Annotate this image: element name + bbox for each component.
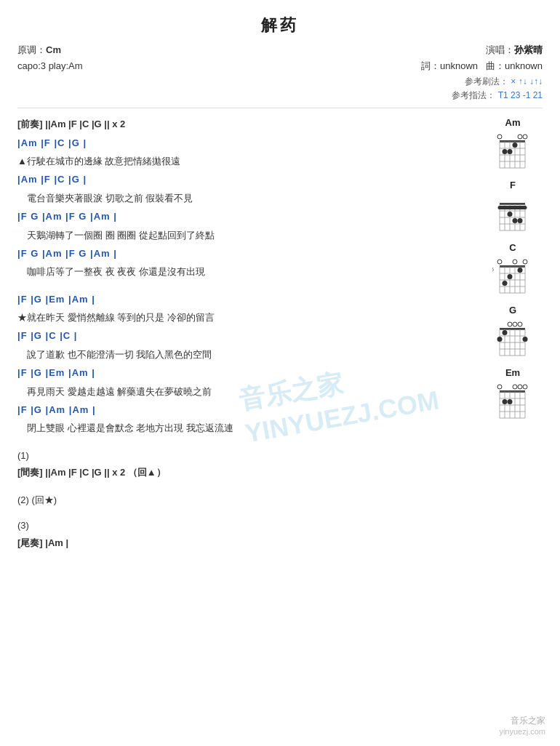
svg-point-13 [508,149,513,154]
num-label: (3) [17,518,477,533]
chord-diagram-f: F [483,180,543,232]
meta-left: 原调：Cm capo:3 play:Am [17,42,83,74]
svg-point-17 [523,135,527,139]
chord-line: |F |G |Em |Am | [17,364,477,381]
chord-grid [492,318,533,357]
lyric-line: 咖啡店等了一整夜 夜 夜夜 你還是沒有出現 [17,263,477,280]
chord-line: |F G |Am |F G |Am | [17,245,477,262]
meta-right: 演唱：孙紫晴 詞：unknown 曲：unknown [421,42,543,74]
finger-pattern[interactable]: T1 23 -1 21 [498,90,543,100]
lyric-line: 再見雨天 愛越走越遠 解藥遺失在夢破曉之前 [17,383,477,400]
song-body: [前奏] ||Am |F |C |G || x 2|Am |F |C |G |▲… [17,114,477,553]
svg-point-14 [513,143,518,148]
svg-point-69 [513,322,517,326]
strum-ref: 参考刷法： × ↑↓ ↓↑↓ [17,76,543,88]
section-header: [尾奏] |Am | [17,534,477,551]
svg-rect-53 [500,328,525,330]
chord-diagram-c: C5 [483,242,543,294]
chord-grid [492,193,533,232]
svg-point-48 [508,274,513,279]
blank-line [17,483,477,490]
svg-point-70 [518,322,522,326]
svg-point-83 [503,399,508,404]
chord-name: Em [505,367,520,378]
chord-line: |Am |F |C |G | [17,135,477,151]
svg-point-51 [513,260,517,264]
capo-info: capo:3 play:Am [17,58,83,74]
meta-row: 原调：Cm capo:3 play:Am 演唱：孙紫晴 詞：unknown 曲：… [17,42,543,74]
lyric-line: 天鵝湖轉了一個圈 圈 圈圈 從起點回到了終點 [17,227,477,244]
chord-line: |F G |Am |F G |Am | [17,208,477,225]
svg-point-50 [497,260,502,264]
chord-name: F [510,180,516,190]
chord-grid [492,380,533,420]
blank-line [17,508,477,516]
lyric-line: ★就在昨天 愛悄然離線 等到的只是 冷卻的留言 [17,309,477,326]
num-label: (2) (回★) [17,493,477,508]
svg-point-16 [518,135,522,139]
svg-rect-18 [500,203,525,205]
svg-point-12 [503,149,508,154]
svg-point-84 [508,399,513,404]
chord-diagram-em: Em [483,367,543,420]
chord-line: |F |G |C |C | [17,327,477,344]
svg-point-68 [508,322,512,326]
chord-grid [492,130,533,169]
strum-pattern[interactable]: × ↑↓ ↓↑↓ [511,76,543,87]
svg-point-49 [518,268,523,273]
section-header: [前奏] ||Am |F |C |G || x 2 [17,116,477,132]
blank-line [17,438,477,446]
svg-point-31 [508,212,513,217]
page: 解药 原调：Cm capo:3 play:Am 演唱：孙紫晴 詞：unknown… [0,0,560,746]
svg-rect-71 [500,390,525,393]
lyric-line: 閉上雙眼 心裡還是會默念 老地方出現 我忘返流連 [17,420,477,436]
svg-point-86 [513,385,517,389]
svg-text:5: 5 [492,266,495,273]
svg-rect-0 [500,140,525,143]
original-key: 原调：Cm [17,42,83,58]
chord-name: G [509,305,516,316]
chord-diagram-am: Am [483,117,543,169]
lyricist-composer: 詞：unknown 曲：unknown [421,58,543,74]
chord-grid: 5 [492,255,533,294]
divider [17,108,543,108]
svg-point-87 [518,385,522,389]
blank-line [17,282,477,289]
svg-point-47 [503,281,508,286]
svg-rect-35 [500,265,525,268]
lyric-line: 說了道歉 也不能澄清一切 我陷入黑色的空間 [17,346,477,363]
svg-point-88 [523,385,527,389]
svg-point-85 [497,385,502,389]
chord-name: C [509,242,516,253]
svg-point-32 [513,218,518,223]
svg-point-52 [523,260,527,264]
section-header: [間奏] ||Am |F |C |G || x 2 （回▲） [17,464,477,481]
lyric-line: ▲行駛在城市的邊緣 故意把情緒拋很遠 [17,153,477,169]
finger-ref: 参考指法： T1 23 -1 21 [17,89,543,102]
svg-point-67 [523,337,528,342]
svg-point-65 [497,337,503,342]
footer-logo: 音乐之家 yinyuezj.com [499,715,545,736]
singer-info: 演唱：孙紫晴 [421,42,543,58]
svg-point-33 [518,218,523,223]
svg-point-66 [503,330,508,335]
chord-line: |F |G |Am |Am | [17,401,477,418]
main-content: [前奏] ||Am |F |C |G || x 2|Am |F |C |G |▲… [17,114,543,553]
lyric-line: 電台音樂夾著眼淚 切歌之前 假裝看不見 [17,190,477,206]
num-label: (1) [17,449,477,463]
chord-line: |Am |F |C |G | [17,171,477,188]
chord-diagrams: AmFC5GEm [477,114,543,553]
song-title: 解药 [17,15,543,36]
svg-point-15 [497,135,502,139]
chord-name: Am [505,117,521,128]
chord-diagram-g: G [483,305,543,357]
chord-line: |F |G |Em |Am | [17,291,477,308]
